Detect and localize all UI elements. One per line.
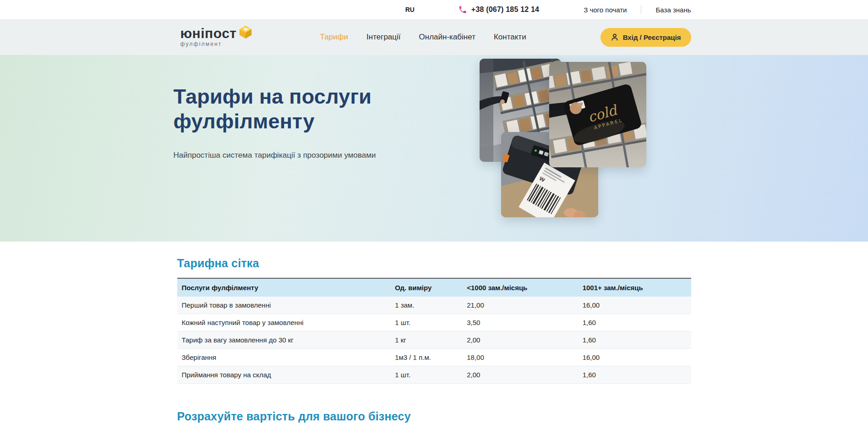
- table-row: Приймання товару на склад1 шт.2,001,60: [177, 366, 691, 384]
- phone-icon: [458, 5, 467, 14]
- table-cell: Кожний наступний товар у замовленні: [177, 314, 391, 331]
- cube-logo-icon: [238, 24, 253, 42]
- table-cell: 3,50: [462, 314, 578, 331]
- main-nav: Тарифи Інтеграції Онлайн-кабінет Контакт…: [320, 33, 526, 42]
- site-header: юніпост фулфілмент Тарифи Інтеграції Онл…: [0, 19, 868, 55]
- content-section: Тарифна сітка Послуги фулфілменту Од. ви…: [0, 242, 868, 423]
- login-button-label: Вхід / Реєстрація: [623, 33, 681, 41]
- table-cell: Перший товар в замовленні: [177, 297, 391, 314]
- table-cell: 16,00: [578, 349, 691, 366]
- table-row: Тариф за вагу замовлення до 30 кг1 кг2,0…: [177, 331, 691, 349]
- table-cell: 2,00: [462, 331, 578, 349]
- table-cell: 1,60: [578, 331, 691, 349]
- table-cell: 1 зам.: [390, 297, 462, 314]
- table-cell: Приймання товару на склад: [177, 366, 391, 384]
- pricing-heading: Тарифна сітка: [177, 257, 691, 270]
- topbar: RU +38 (067) 185 12 14 З чого почати Баз…: [0, 0, 868, 19]
- table-row: Перший товар в замовленні1 зам.21,0016,0…: [177, 297, 691, 314]
- logo[interactable]: юніпост фулфілмент: [180, 27, 253, 47]
- table-cell: 2,00: [462, 366, 578, 384]
- table-cell: 16,00: [578, 297, 691, 314]
- logo-subtitle: фулфілмент: [180, 41, 237, 47]
- link-getting-started[interactable]: З чого почати: [584, 6, 627, 14]
- link-knowledge-base[interactable]: База знань: [655, 6, 691, 14]
- phone-link[interactable]: +38 (067) 185 12 14: [458, 5, 539, 14]
- nav-tariffs[interactable]: Тарифи: [320, 33, 349, 42]
- table-cell: Тариф за вагу замовлення до 30 кг: [177, 331, 391, 349]
- user-icon: [611, 33, 619, 41]
- pricing-table-body: Перший товар в замовленні1 зам.21,0016,0…: [177, 297, 691, 384]
- column-header-service: Послуги фулфілменту: [177, 278, 391, 297]
- table-cell: 1,60: [578, 366, 691, 384]
- phone-number: +38 (067) 185 12 14: [471, 6, 539, 14]
- table-cell: 1м3 / 1 п.м.: [390, 349, 462, 366]
- logo-wordmark: юніпост: [180, 27, 237, 40]
- table-header-row: Послуги фулфілменту Од. виміру <1000 зам…: [177, 278, 691, 297]
- hero-section: Тарифи на послуги фулфілменту Найпростіш…: [0, 55, 868, 242]
- topbar-divider: [641, 5, 641, 14]
- table-cell: 21,00: [462, 297, 578, 314]
- nav-integrations[interactable]: Інтеграції: [366, 33, 401, 42]
- table-cell: 1,60: [578, 314, 691, 331]
- package-photo: cold APPAREL: [549, 62, 646, 167]
- column-header-under-1000: <1000 зам./місяць: [462, 278, 578, 297]
- table-cell: 18,00: [462, 349, 578, 366]
- page-title: Тарифи на послуги фулфілменту: [174, 84, 393, 134]
- table-cell: 1 шт.: [390, 314, 462, 331]
- nav-contacts[interactable]: Контакти: [494, 33, 526, 42]
- column-header-over-1001: 1001+ зам./місяць: [578, 278, 691, 297]
- language-switcher[interactable]: RU: [405, 6, 415, 13]
- pricing-table: Послуги фулфілменту Од. виміру <1000 зам…: [177, 278, 691, 384]
- table-row: Зберігання1м3 / 1 п.м.18,0016,00: [177, 349, 691, 366]
- nav-online-cabinet[interactable]: Онлайн-кабінет: [419, 33, 475, 42]
- table-cell: Зберігання: [177, 349, 391, 366]
- table-cell: 1 кг: [390, 331, 462, 349]
- calculator-heading: Розрахуйте вартість для вашого бізнесу: [177, 410, 691, 423]
- login-button[interactable]: Вхід / Реєстрація: [601, 28, 691, 47]
- table-cell: 1 шт.: [390, 366, 462, 384]
- table-row: Кожний наступний товар у замовленні1 шт.…: [177, 314, 691, 331]
- column-header-unit: Од. виміру: [390, 278, 462, 297]
- page-subtitle: Найпростіша система тарифікації з прозор…: [174, 151, 376, 160]
